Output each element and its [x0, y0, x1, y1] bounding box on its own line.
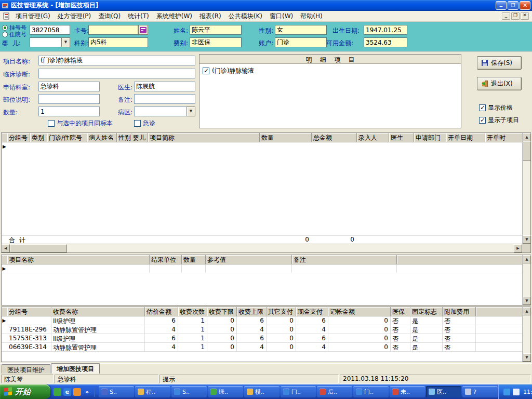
show-price-checkbox[interactable]	[479, 104, 486, 111]
scroll-thumb[interactable]	[10, 244, 67, 252]
table-cell[interactable]: 0	[328, 325, 391, 334]
col-header[interactable]: 参考值	[206, 255, 292, 264]
table-cell[interactable]	[260, 142, 312, 151]
table-cell[interactable]: 4	[296, 325, 328, 334]
fee-type-field[interactable]	[190, 37, 242, 47]
col-header[interactable]: 开单时	[485, 133, 523, 142]
table-cell[interactable]	[47, 142, 87, 151]
col-header[interactable]: 申请部门	[414, 133, 446, 142]
scroll-up-button[interactable]	[523, 307, 531, 315]
col-header[interactable]: 婴儿	[131, 133, 148, 142]
table-cell[interactable]	[476, 316, 523, 325]
table-cell[interactable]: 4	[145, 343, 178, 352]
tray-icon-1[interactable]	[503, 389, 510, 395]
row-selector-cell[interactable]: ▶	[2, 264, 7, 273]
table-cell[interactable]: 0	[207, 325, 237, 334]
col-header[interactable]: 数量	[182, 255, 206, 264]
registration-no-input[interactable]	[30, 25, 70, 35]
table-cell[interactable]: 否	[391, 343, 410, 352]
table-cell[interactable]	[446, 142, 485, 151]
scroll-up-button[interactable]	[523, 133, 531, 141]
taskbar-button[interactable]: S..	[171, 386, 207, 397]
save-button[interactable]: 保存(S)	[477, 56, 522, 70]
row-selector-cell[interactable]	[2, 334, 7, 343]
table-cell[interactable]: 否	[443, 316, 476, 325]
scroll-left-button[interactable]	[2, 244, 10, 252]
table-cell[interactable]: 4	[296, 343, 328, 352]
table-cell[interactable]	[292, 264, 397, 273]
table-cell[interactable]: 是	[410, 334, 443, 343]
row-selector-cell[interactable]: ▶	[2, 316, 7, 325]
tab-item-maintenance[interactable]: 医技项目维护	[2, 364, 50, 374]
col-header[interactable]: 收费上限	[237, 307, 267, 316]
table-cell[interactable]: 是	[410, 343, 443, 352]
table-cell[interactable]: 0	[328, 334, 391, 343]
taskbar-button[interactable]: 医..	[426, 386, 461, 397]
col-header[interactable]: 项目简称	[148, 133, 260, 142]
table-cell[interactable]: 0	[207, 334, 237, 343]
col-header[interactable]: 收费次数	[178, 307, 207, 316]
menu-item-project[interactable]: 项目管理(G)	[12, 11, 54, 22]
vertical-scrollbar[interactable]	[522, 133, 530, 244]
table-cell[interactable]: II级护理	[51, 316, 145, 325]
part-input[interactable]	[38, 94, 100, 104]
dept-field[interactable]	[88, 37, 148, 47]
detail-item-row[interactable]: (门诊)静脉输液	[200, 64, 461, 75]
table-cell[interactable]: 否	[443, 343, 476, 352]
table-cell[interactable]	[7, 264, 150, 273]
table-cell[interactable]: 1	[178, 316, 207, 325]
birth-date-field[interactable]	[364, 25, 407, 35]
show-subitems-row[interactable]: 显示子项目	[479, 116, 519, 125]
table-row[interactable]: 06639E-314动静脉置管护理4104040否是否	[2, 343, 523, 352]
taskbar-button[interactable]: 程..	[135, 386, 170, 397]
col-header[interactable]: 类别	[30, 133, 47, 142]
table-cell[interactable]	[131, 142, 148, 151]
col-header[interactable]: 医生	[389, 133, 414, 142]
table-cell[interactable]: 6	[237, 334, 267, 343]
table-cell[interactable]	[389, 142, 414, 151]
mdi-minimize-button[interactable]	[502, 12, 510, 20]
scroll-down-button[interactable]	[523, 235, 531, 244]
table-cell[interactable]	[148, 142, 260, 151]
col-header[interactable]: 门诊/住院号	[47, 133, 87, 142]
balance-field[interactable]	[364, 37, 407, 47]
col-header[interactable]: 记帐金额	[328, 307, 391, 316]
table-cell[interactable]: 1	[178, 334, 207, 343]
col-header[interactable]: 收费下限	[207, 307, 237, 316]
col-header[interactable]: 收费名称	[51, 307, 145, 316]
quick-launch-icon-1[interactable]	[54, 388, 61, 396]
show-subitems-checkbox[interactable]	[479, 117, 486, 124]
table-cell[interactable]	[182, 264, 206, 273]
table-cell[interactable]: 4	[237, 325, 267, 334]
table-cell[interactable]: 0	[207, 316, 237, 325]
emergency-checkbox[interactable]	[134, 120, 141, 127]
col-header[interactable]: 备注	[292, 255, 397, 264]
show-price-row[interactable]: 显示价格	[479, 103, 513, 112]
scroll-down-button[interactable]	[523, 353, 531, 362]
col-header[interactable]: 性别	[117, 133, 131, 142]
table-row[interactable]: ▶II级护理6106060否是否	[2, 316, 523, 325]
vertical-scrollbar[interactable]	[522, 255, 530, 305]
col-header[interactable]: 固定标志	[410, 307, 443, 316]
table-cell[interactable]	[312, 142, 357, 151]
scroll-up-button[interactable]	[523, 255, 531, 263]
inpatient-no-radio[interactable]: 住院号	[2, 31, 26, 38]
table-cell[interactable]: 动静脉置管护理	[51, 343, 145, 352]
table-cell[interactable]	[476, 325, 523, 334]
emergency-checkbox-row[interactable]: 急诊	[134, 119, 155, 128]
close-button[interactable]	[520, 1, 530, 10]
mdi-restore-button[interactable]	[511, 12, 520, 20]
vertical-scrollbar[interactable]	[522, 307, 530, 362]
col-header[interactable]: 开单日期	[446, 133, 485, 142]
detail-item-checkbox[interactable]	[203, 68, 209, 74]
col-header[interactable]: 现金支付	[296, 307, 328, 316]
taskbar-button[interactable]: 未..	[390, 386, 425, 397]
scroll-thumb[interactable]	[523, 141, 531, 161]
table-cell[interactable]: II级护理	[51, 334, 145, 343]
menu-item-query[interactable]: 查询(Q)	[95, 11, 124, 22]
card-reader-button[interactable]	[138, 25, 148, 35]
taskbar-button[interactable]: 后..	[317, 386, 352, 397]
taskbar-button[interactable]: 模..	[244, 386, 280, 397]
taskbar-button[interactable]: ?	[462, 386, 498, 397]
col-header[interactable]: 医保	[391, 307, 410, 316]
